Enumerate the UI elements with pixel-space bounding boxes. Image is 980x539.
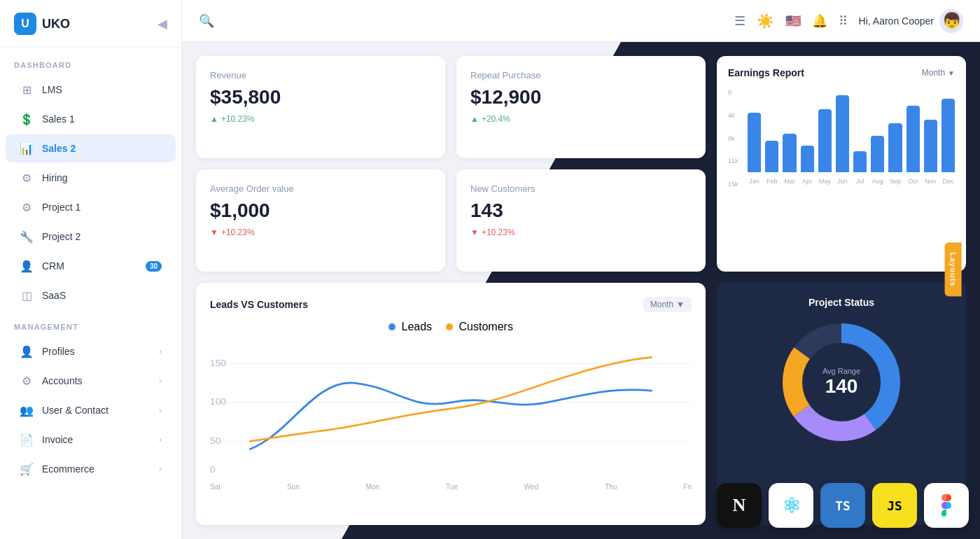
crm-icon: 👤 bbox=[20, 259, 34, 273]
bar-group-jan: Jan bbox=[748, 113, 761, 185]
user-contact-icon: 👥 bbox=[20, 403, 34, 417]
sidebar-item-invoice[interactable]: 📄 Invoice › bbox=[6, 426, 176, 454]
figma-icon[interactable] bbox=[924, 483, 969, 528]
user-menu[interactable]: Hi, Aaron Cooper 👦 bbox=[859, 9, 963, 33]
month-selector[interactable]: Month ▼ bbox=[922, 68, 955, 78]
flag-icon[interactable]: 🇺🇸 bbox=[785, 13, 801, 29]
profiles-chevron: › bbox=[159, 346, 162, 356]
bar-label-apr: Apr bbox=[802, 178, 812, 185]
metric-card-repeat: Repeat Purchase $12,900 ▲ +20.4% bbox=[456, 56, 706, 158]
svg-text:50: 50 bbox=[210, 435, 220, 446]
logo-icon: U bbox=[14, 13, 36, 35]
bar-label-feb: Feb bbox=[766, 178, 778, 185]
layouts-tab[interactable]: Layouts bbox=[944, 242, 961, 296]
revenue-value: $35,800 bbox=[210, 86, 431, 108]
repeat-label: Repeat Purchase bbox=[470, 70, 692, 80]
up-arrow-icon: ▲ bbox=[210, 114, 218, 124]
tech-icons-row: N ⚛ TS JS bbox=[717, 483, 969, 528]
main-area: 🔍 ☰ ☀️ 🇺🇸 🔔 ⠿ Hi, Aaron Cooper 👦 bbox=[182, 0, 980, 539]
project2-icon: 🔧 bbox=[20, 230, 34, 244]
new-customers-value: 143 bbox=[470, 200, 692, 222]
sidebar-item-project1[interactable]: ⚙ Project 1 bbox=[6, 193, 176, 221]
sidebar-collapse-icon[interactable]: ◀ bbox=[158, 16, 167, 31]
sidebar-item-profiles[interactable]: 👤 Profiles › bbox=[6, 337, 176, 365]
sidebar-item-crm[interactable]: 👤 CRM 30 bbox=[6, 252, 176, 280]
bar-group-jun: Jun bbox=[836, 95, 849, 185]
new-customers-change: ▼ +10.23% bbox=[470, 227, 692, 237]
header: 🔍 ☰ ☀️ 🇺🇸 🔔 ⠿ Hi, Aaron Cooper 👦 bbox=[182, 0, 980, 42]
header-actions: ☰ ☀️ 🇺🇸 🔔 ⠿ Hi, Aaron Cooper 👦 bbox=[734, 9, 963, 33]
sun-icon[interactable]: ☀️ bbox=[757, 13, 774, 29]
bar-group-oct: Oct bbox=[906, 106, 920, 185]
bar-group-apr: Apr bbox=[801, 146, 814, 185]
sidebar-item-project2[interactable]: 🔧 Project 2 bbox=[6, 223, 176, 251]
leads-month-btn[interactable]: Month ▼ bbox=[643, 297, 692, 312]
content-wrapper: Revenue $35,800 ▲ +10.23% Repeat Purchas… bbox=[182, 42, 980, 539]
bar-group-feb: Feb bbox=[765, 141, 778, 185]
logo-text: UKO bbox=[42, 17, 70, 31]
grid-icon[interactable]: ⠿ bbox=[839, 13, 848, 29]
bar-sep bbox=[888, 123, 902, 172]
leads-legend: Leads Customers bbox=[210, 321, 692, 333]
menu-icon[interactable]: ☰ bbox=[734, 13, 746, 29]
sidebar-item-accounts[interactable]: ⚙ Accounts › bbox=[6, 367, 176, 395]
project-status-title: Project Status bbox=[808, 297, 874, 308]
down-arrow-icon: ▼ bbox=[210, 227, 218, 237]
bar-label-jun: Jun bbox=[837, 178, 848, 185]
bar-label-sep: Sep bbox=[890, 178, 901, 185]
user-contact-chevron: › bbox=[159, 405, 162, 415]
sidebar-item-sales2[interactable]: 📊 Sales 2 bbox=[6, 134, 176, 162]
bar-group-mar: Mar bbox=[783, 134, 796, 185]
bar-jun bbox=[836, 95, 849, 172]
earnings-header: Earnings Report Month ▼ bbox=[728, 67, 955, 78]
sidebar: U UKO ◀ DASHBOARD ⊞ LMS 💲 Sales 1 📊 Sale… bbox=[0, 0, 182, 539]
bar-nov bbox=[924, 120, 937, 172]
up-arrow-icon2: ▲ bbox=[470, 114, 479, 124]
donut-value: 140 bbox=[822, 375, 860, 398]
new-customers-label: New Customers bbox=[470, 183, 692, 194]
sales1-icon: 💲 bbox=[20, 112, 34, 126]
sidebar-item-saas[interactable]: ◫ SaaS bbox=[6, 281, 176, 309]
section-title-management: MANAGEMENT bbox=[0, 310, 181, 337]
sidebar-item-lms[interactable]: ⊞ LMS bbox=[6, 76, 176, 104]
sidebar-item-hiring[interactable]: ⚙ Hiring bbox=[6, 164, 176, 192]
hiring-icon: ⚙ bbox=[20, 171, 34, 185]
accounts-icon: ⚙ bbox=[20, 374, 34, 388]
crm-badge: 30 bbox=[146, 261, 162, 272]
typescript-icon[interactable]: TS bbox=[820, 483, 865, 528]
svg-text:100: 100 bbox=[210, 396, 226, 407]
sidebar-item-sales1[interactable]: 💲 Sales 1 bbox=[6, 105, 176, 133]
search-area[interactable]: 🔍 bbox=[199, 13, 214, 29]
javascript-icon[interactable]: JS bbox=[872, 483, 917, 528]
accounts-chevron: › bbox=[159, 376, 162, 386]
bar-group-nov: Nov bbox=[924, 120, 937, 185]
metric-card-avg-order: Average Order value $1,000 ▼ +10.23% bbox=[196, 169, 445, 272]
donut-chart: Avg Range 140 bbox=[778, 319, 904, 445]
sidebar-item-ecommerce[interactable]: 🛒 Ecommerce › bbox=[6, 455, 176, 483]
down-arrow-icon2: ▼ bbox=[470, 227, 479, 237]
bar-label-oct: Oct bbox=[908, 178, 918, 185]
sidebar-header: U UKO ◀ bbox=[0, 0, 181, 48]
revenue-label: Revenue bbox=[210, 70, 431, 80]
username: Hi, Aaron Cooper bbox=[859, 15, 934, 27]
bar-group-jul: Jul bbox=[853, 151, 867, 185]
project1-icon: ⚙ bbox=[20, 200, 34, 214]
search-icon: 🔍 bbox=[199, 13, 214, 29]
ecommerce-icon: 🛒 bbox=[20, 462, 34, 476]
leads-legend-item: Leads bbox=[388, 321, 432, 333]
react-icon[interactable]: ⚛ bbox=[769, 483, 813, 528]
customers-legend-item: Customers bbox=[446, 321, 513, 333]
line-chart-svg: 150 100 50 0 bbox=[210, 340, 692, 480]
bell-icon[interactable]: 🔔 bbox=[812, 13, 827, 29]
sidebar-item-user-contact[interactable]: 👥 User & Contact › bbox=[6, 396, 176, 424]
nextjs-icon[interactable]: N bbox=[717, 483, 762, 528]
month-dropdown-icon: ▼ bbox=[948, 69, 955, 77]
avg-order-label: Average Order value bbox=[210, 183, 431, 194]
bar-jan bbox=[748, 113, 761, 172]
bar-label-jul: Jul bbox=[856, 178, 864, 185]
donut-center: Avg Range 140 bbox=[822, 367, 860, 398]
bar-label-mar: Mar bbox=[784, 178, 795, 185]
donut-label: Avg Range bbox=[822, 367, 860, 375]
bar-dec bbox=[941, 99, 955, 172]
earnings-title: Earnings Report bbox=[728, 67, 804, 78]
